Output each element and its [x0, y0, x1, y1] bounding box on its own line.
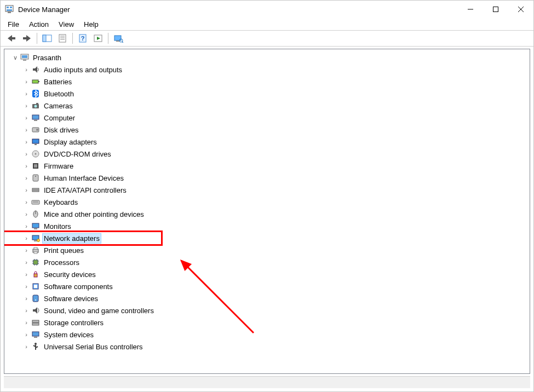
expand-toggle[interactable]: › — [23, 343, 30, 350]
tree-item-monitor[interactable]: ›Monitors — [4, 220, 530, 232]
help-button[interactable]: ? — [76, 32, 89, 45]
svg-rect-14 — [43, 35, 46, 42]
svg-marker-11 — [26, 35, 31, 42]
expand-toggle[interactable]: › — [23, 223, 30, 229]
expand-toggle[interactable]: › — [23, 199, 30, 205]
menu-file[interactable]: File — [3, 19, 24, 30]
expand-toggle[interactable]: ∨ — [12, 54, 19, 61]
toolbar-separator — [72, 33, 73, 44]
window-title: Device Manager — [18, 5, 458, 14]
dvd-icon — [31, 149, 41, 159]
tree-item-audio[interactable]: ›Audio inputs and outputs — [4, 64, 530, 76]
tree-item-dvd[interactable]: ›DVD/CD-ROM drives — [4, 148, 530, 160]
tree-item-security[interactable]: ›Security devices — [4, 268, 530, 280]
expand-toggle[interactable]: › — [23, 114, 30, 121]
tree-item-sound[interactable]: ›Sound, video and game controllers — [4, 304, 530, 316]
cpu-icon — [31, 257, 41, 267]
tree-item-usb[interactable]: ›Universal Serial Bus controllers — [4, 341, 530, 353]
expand-toggle[interactable]: › — [23, 211, 30, 217]
properties-button[interactable] — [56, 32, 69, 45]
bluetooth-icon — [31, 89, 41, 99]
battery-icon — [31, 77, 41, 87]
tree-item-hid[interactable]: ›Human Interface Devices — [4, 172, 530, 184]
tree-item-system[interactable]: ›System devices — [4, 328, 530, 341]
expand-toggle[interactable]: › — [23, 295, 30, 302]
tree-item-firmware[interactable]: ›Firmware — [4, 160, 530, 172]
tree-item-battery[interactable]: ›Batteries — [4, 76, 530, 88]
tree-item-label: Computer — [43, 113, 76, 123]
client-area: ∨ Prasanth ›Audio inputs and outputs›Bat… — [1, 47, 533, 391]
tree-item-disk[interactable]: ›Disk drives — [4, 124, 530, 136]
expand-toggle[interactable]: › — [23, 102, 30, 109]
expand-toggle[interactable]: › — [23, 66, 30, 73]
system-icon — [31, 330, 41, 339]
svg-rect-1 — [7, 7, 9, 8]
tree-item-label: Monitors — [43, 222, 72, 231]
svg-rect-4 — [8, 11, 11, 13]
back-button[interactable] — [5, 32, 18, 45]
svg-line-26 — [122, 42, 123, 43]
tree-item-swdev[interactable]: ›Software devices — [4, 292, 530, 304]
expand-toggle[interactable]: › — [23, 259, 30, 266]
mouse-icon — [31, 209, 41, 219]
expand-toggle[interactable]: › — [23, 307, 30, 314]
tree-item-mouse[interactable]: ›Mice and other pointing devices — [4, 208, 530, 220]
svg-marker-9 — [8, 35, 12, 42]
tree-item-label: DVD/CD-ROM drives — [43, 149, 112, 159]
security-icon — [31, 269, 41, 279]
svg-rect-3 — [7, 9, 12, 11]
expand-toggle[interactable]: › — [23, 187, 30, 193]
monitor-icon — [31, 221, 41, 231]
audio-icon — [31, 65, 41, 74]
tree-item-swcomp[interactable]: ›Software components — [4, 280, 530, 292]
expand-toggle[interactable]: › — [23, 126, 30, 133]
menu-action[interactable]: Action — [24, 19, 54, 30]
tree-item-label: Batteries — [43, 77, 73, 87]
tree-item-bluetooth[interactable]: ›Bluetooth — [4, 88, 530, 100]
minimize-button[interactable] — [458, 1, 483, 18]
menu-view[interactable]: View — [54, 19, 79, 30]
expand-toggle[interactable]: › — [23, 175, 30, 181]
tree-item-cpu[interactable]: ›Processors — [4, 256, 530, 268]
firmware-icon — [31, 161, 41, 171]
svg-rect-10 — [12, 37, 15, 39]
tree-item-computer[interactable]: ›Computer — [4, 112, 530, 124]
svg-rect-15 — [59, 34, 66, 42]
menu-help[interactable]: Help — [79, 19, 104, 30]
tree-item-network[interactable]: ›Network adapters — [4, 232, 530, 244]
tree-item-keyboard[interactable]: ›Keyboards — [4, 196, 530, 208]
toolbar-separator — [108, 33, 108, 44]
device-tree[interactable]: ∨ Prasanth ›Audio inputs and outputs›Bat… — [4, 49, 530, 374]
swcomp-icon — [31, 281, 41, 291]
scan-hardware-button[interactable] — [112, 32, 125, 45]
action-button[interactable] — [91, 32, 105, 45]
tree-item-camera[interactable]: ›Cameras — [4, 100, 530, 112]
expand-toggle[interactable]: › — [23, 163, 30, 169]
expand-toggle[interactable]: › — [23, 78, 30, 85]
maximize-button[interactable] — [483, 1, 508, 18]
tree-item-storage[interactable]: ›Storage controllers — [4, 316, 530, 328]
expand-toggle[interactable]: › — [23, 331, 30, 338]
expand-toggle[interactable]: › — [23, 235, 30, 241]
tree-item-ide[interactable]: ›IDE ATA/ATAPI controllers — [4, 184, 530, 196]
computer-root-icon — [20, 53, 30, 62]
tree-item-display[interactable]: ›Display adapters — [4, 136, 530, 148]
svg-rect-12 — [23, 37, 26, 39]
tree-item-label: Network adapters — [43, 234, 101, 243]
forward-button[interactable] — [20, 32, 33, 45]
tree-item-label: Audio inputs and outputs — [43, 65, 123, 74]
close-button[interactable] — [508, 1, 533, 18]
expand-toggle[interactable]: › — [23, 247, 30, 253]
expand-toggle[interactable]: › — [23, 139, 30, 145]
titlebar: Device Manager — [1, 1, 533, 18]
tree-item-printer[interactable]: ›Print queues — [4, 244, 530, 256]
expand-toggle[interactable]: › — [23, 283, 30, 290]
expand-toggle[interactable]: › — [23, 271, 30, 278]
tree-root[interactable]: ∨ Prasanth — [4, 51, 530, 64]
expand-toggle[interactable]: › — [23, 151, 30, 157]
expand-toggle[interactable]: › — [23, 319, 30, 326]
expand-toggle[interactable]: › — [23, 90, 30, 97]
tree-item-label: Disk drives — [43, 125, 80, 135]
show-hide-console-tree-button[interactable] — [41, 32, 54, 45]
svg-rect-2 — [10, 7, 12, 8]
